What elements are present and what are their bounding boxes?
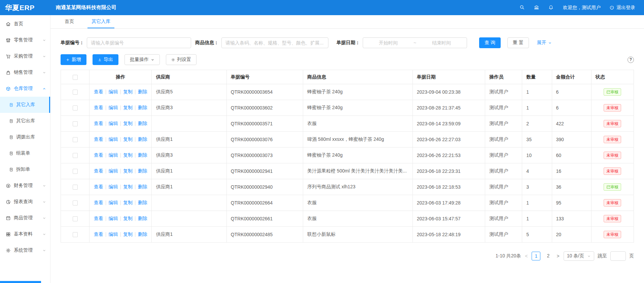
- delete-link[interactable]: 删除: [138, 216, 147, 221]
- copy-link[interactable]: 复制: [123, 231, 133, 237]
- view-link[interactable]: 查看: [94, 105, 103, 110]
- table-row: 查看|编辑|复制|删除 供应商3 QTRK00000003073 蜂蜜柚子茶 2…: [61, 148, 634, 163]
- sidebar-item-other-outbound[interactable]: 其它出库: [0, 113, 50, 129]
- sidebar-item-purchase[interactable]: 采购管理: [0, 48, 50, 64]
- copy-link[interactable]: 复制: [123, 105, 133, 110]
- delete-link[interactable]: 删除: [138, 168, 147, 174]
- page-size-select[interactable]: 10 条/页: [564, 251, 594, 261]
- row-checkbox[interactable]: [73, 185, 78, 190]
- delete-link[interactable]: 删除: [138, 200, 147, 205]
- end-date-input[interactable]: [416, 40, 467, 45]
- filter-bar: 单据编号： 商品信息： 单据日期： ~ 查 询 重 置: [61, 37, 634, 48]
- copy-link[interactable]: 复制: [123, 184, 133, 189]
- row-checkbox[interactable]: [73, 169, 78, 174]
- doc-no-input[interactable]: [87, 37, 191, 48]
- edit-link[interactable]: 编辑: [108, 200, 118, 205]
- next-page-button[interactable]: >: [556, 253, 560, 259]
- column-settings-button[interactable]: 列设置: [166, 54, 196, 65]
- sidebar-item-home[interactable]: 首页: [0, 16, 50, 32]
- action-separator: |: [135, 152, 136, 158]
- view-link[interactable]: 查看: [94, 168, 103, 174]
- delete-link[interactable]: 删除: [138, 121, 147, 126]
- sidebar-item-warehouse[interactable]: 仓库管理: [0, 81, 50, 97]
- help-icon[interactable]: ?: [628, 57, 634, 63]
- sidebar-item-other-inbound[interactable]: 其它入库: [0, 97, 50, 113]
- sidebar-item-finance[interactable]: 财务管理: [0, 178, 50, 194]
- copy-link[interactable]: 复制: [123, 168, 133, 174]
- bank-icon[interactable]: [534, 5, 540, 10]
- date-range-picker[interactable]: ~: [363, 37, 467, 48]
- edit-link[interactable]: 编辑: [108, 89, 118, 94]
- page-button-2[interactable]: 2: [544, 252, 552, 260]
- delete-link[interactable]: 删除: [138, 105, 147, 110]
- product-info-input[interactable]: [221, 37, 328, 48]
- view-link[interactable]: 查看: [94, 216, 103, 221]
- edit-link[interactable]: 编辑: [108, 121, 118, 126]
- row-checkbox[interactable]: [73, 200, 78, 206]
- edit-link[interactable]: 编辑: [108, 136, 118, 142]
- jump-page-input[interactable]: [610, 251, 626, 261]
- add-button[interactable]: 新增: [61, 54, 86, 65]
- view-link[interactable]: 查看: [94, 121, 103, 126]
- copy-link[interactable]: 复制: [123, 89, 133, 94]
- edit-link[interactable]: 编辑: [108, 105, 118, 110]
- batch-actions-button[interactable]: 批量操作: [124, 54, 160, 65]
- row-checkbox[interactable]: [73, 137, 78, 142]
- view-link[interactable]: 查看: [94, 136, 103, 142]
- search-icon[interactable]: [520, 5, 525, 10]
- sidebar-item-basic-data[interactable]: 基本资料: [0, 226, 50, 242]
- copy-link[interactable]: 复制: [123, 136, 133, 142]
- select-all-checkbox[interactable]: [73, 75, 78, 80]
- logout-button[interactable]: 退出登录: [609, 5, 635, 11]
- tab-other-inbound[interactable]: 其它入库: [87, 15, 114, 28]
- row-checkbox[interactable]: [73, 153, 78, 158]
- row-checkbox[interactable]: [73, 121, 78, 126]
- sidebar-item-report[interactable]: 报表查询: [0, 194, 50, 210]
- product-cell: 美汁源果粒橙 500ml 美汁美汁美汁美汁美汁美...: [303, 163, 413, 179]
- sidebar-item-retail[interactable]: 零售管理: [0, 32, 50, 48]
- row-checkbox[interactable]: [73, 105, 78, 111]
- view-link[interactable]: 查看: [94, 231, 103, 237]
- view-link[interactable]: 查看: [94, 200, 103, 205]
- delete-link[interactable]: 删除: [138, 136, 147, 142]
- copy-link[interactable]: 复制: [123, 216, 133, 221]
- row-checkbox[interactable]: [73, 232, 78, 237]
- copy-link[interactable]: 复制: [123, 200, 133, 205]
- sidebar-item-transfer-outbound[interactable]: 调拨出库: [0, 129, 50, 145]
- row-checkbox[interactable]: [73, 90, 78, 95]
- edit-link[interactable]: 编辑: [108, 152, 118, 158]
- view-link[interactable]: 查看: [94, 184, 103, 189]
- delete-link[interactable]: 删除: [138, 231, 147, 237]
- row-checkbox[interactable]: [73, 216, 78, 221]
- prev-page-button[interactable]: <: [524, 253, 528, 259]
- sidebar-item-assembly-order[interactable]: 组装单: [0, 145, 50, 161]
- reset-button[interactable]: 重 置: [507, 37, 529, 48]
- bell-icon[interactable]: [548, 5, 554, 10]
- start-date-input[interactable]: [363, 40, 414, 45]
- sidebar-item-product[interactable]: 商品管理: [0, 210, 50, 226]
- action-separator: |: [120, 121, 121, 126]
- edit-link[interactable]: 编辑: [108, 184, 118, 189]
- view-link[interactable]: 查看: [94, 152, 103, 158]
- tab-home[interactable]: 首页: [61, 15, 78, 28]
- edit-link[interactable]: 编辑: [108, 231, 118, 237]
- sidebar-item-sales[interactable]: 销售管理: [0, 64, 50, 81]
- expand-toggle[interactable]: 展开: [537, 40, 552, 46]
- copy-link[interactable]: 复制: [123, 152, 133, 158]
- delete-link[interactable]: 删除: [138, 89, 147, 94]
- sidebar-item-disassembly-order[interactable]: 拆卸单: [0, 161, 50, 178]
- action-separator: |: [135, 168, 136, 174]
- edit-link[interactable]: 编辑: [108, 216, 118, 221]
- action-separator: |: [105, 200, 107, 205]
- action-separator: |: [135, 216, 136, 221]
- delete-link[interactable]: 删除: [138, 184, 147, 189]
- export-button[interactable]: 导出: [93, 54, 118, 65]
- sidebar-item-system[interactable]: 系统管理: [0, 242, 50, 258]
- view-link[interactable]: 查看: [94, 89, 103, 94]
- search-button[interactable]: 查 询: [479, 37, 501, 48]
- copy-link[interactable]: 复制: [123, 121, 133, 126]
- edit-link[interactable]: 编辑: [108, 168, 118, 174]
- page-button-1[interactable]: 1: [532, 252, 540, 260]
- action-separator: |: [120, 184, 121, 189]
- delete-link[interactable]: 删除: [138, 152, 147, 158]
